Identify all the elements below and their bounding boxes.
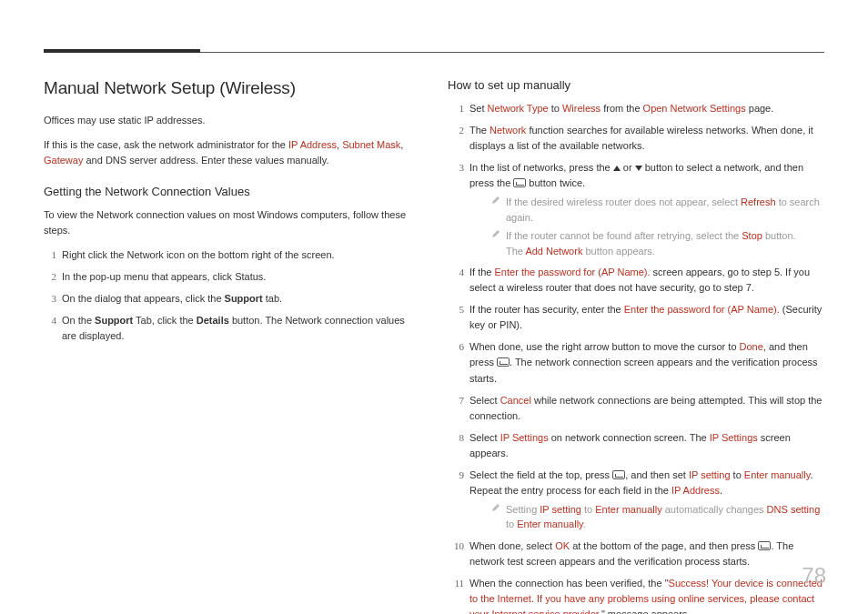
step-text: Select the field at the top, press , and…	[469, 469, 812, 496]
wireless-term: Wireless	[562, 103, 601, 114]
text: . The network connection screen appears …	[469, 357, 818, 383]
steps-right: 1 Set Network Type to Wireless from the …	[448, 101, 824, 614]
step-number: 4	[448, 265, 464, 280]
step-number: 5	[448, 302, 464, 317]
text: When done, use the right arrow button to…	[469, 341, 740, 352]
text: The	[469, 125, 490, 136]
ip-settings-term: IP Settings	[710, 432, 758, 443]
step-number: 9	[448, 468, 464, 483]
step-text: In the list of networks, press the or bu…	[469, 162, 803, 188]
subheading-getting-values: Getting the Network Connection Values	[44, 185, 408, 198]
enter-manually-term: Enter manually	[595, 504, 661, 515]
pencil-icon	[491, 503, 500, 512]
step-text: Set Network Type to Wireless from the Op…	[469, 103, 773, 114]
note: Setting IP setting to Enter manually aut…	[491, 502, 824, 532]
text: on network connection screen. The	[549, 432, 710, 443]
triangle-up-icon	[613, 166, 621, 171]
left-column: Manual Network Setup (Wireless) Offices …	[44, 78, 408, 614]
step-number: 3	[448, 160, 464, 176]
header-rule	[44, 49, 824, 55]
done-term: Done	[740, 341, 763, 352]
note: If the desired wireless router does not …	[491, 195, 824, 225]
ok-term: OK	[555, 540, 570, 551]
text: If this is the case, ask the network adm…	[44, 139, 288, 150]
details-button-term: Details	[197, 315, 229, 326]
text: If the router has security, enter the	[469, 304, 624, 315]
add-network-term: Add Network	[525, 246, 582, 257]
step-number: 6	[448, 339, 464, 355]
enter-password-term: Enter the password for (AP Name).	[495, 267, 651, 277]
enter-button-icon	[758, 541, 771, 550]
step-text: Right click the Network icon on the bott…	[62, 249, 335, 260]
page-number: 78	[802, 563, 826, 589]
text: If the router cannot be found after retr…	[506, 230, 742, 241]
columns: Manual Network Setup (Wireless) Offices …	[44, 78, 824, 614]
text: button.	[762, 230, 796, 241]
text: " message appears.	[601, 609, 690, 614]
triangle-down-icon	[635, 166, 642, 171]
note: If the router cannot be found after retr…	[491, 228, 824, 258]
list-item: 4 If the Enter the password for (AP Name…	[448, 265, 824, 296]
step-text: When done, select OK at the bottom of th…	[469, 540, 793, 567]
enter-password-term: Enter the password for (AP Name).	[624, 304, 780, 315]
step-9-notes: Setting IP setting to Enter manually aut…	[491, 502, 824, 532]
text: If the	[469, 267, 495, 277]
step-text: When the connection has been verified, t…	[469, 578, 823, 614]
refresh-term: Refresh	[741, 196, 776, 207]
step-text: On the Support Tab, click the Details bu…	[62, 315, 405, 341]
text: to	[549, 103, 562, 114]
dns-setting-term: DNS setting	[767, 504, 821, 515]
list-item: 9 Select the field at the top, press , a…	[448, 468, 824, 532]
list-item: 3 On the dialog that appears, click the …	[44, 291, 408, 307]
text: or	[621, 162, 635, 173]
step-number: 2	[44, 269, 56, 285]
page-title: Manual Network Setup (Wireless)	[44, 78, 408, 98]
text: The	[506, 246, 525, 257]
step-number: 2	[448, 123, 464, 138]
text: Select	[469, 395, 500, 406]
pencil-icon	[491, 229, 500, 238]
text: to	[731, 469, 744, 480]
text: In the list of networks, press the	[469, 162, 613, 173]
right-column: How to set up manually 1 Set Network Typ…	[448, 78, 824, 614]
text: .	[583, 518, 586, 529]
list-item: 6 When done, use the right arrow button …	[448, 339, 824, 386]
steps-left: 1Right click the Network icon on the bot…	[44, 247, 408, 344]
ip-address-term: IP Address	[671, 485, 720, 496]
text: button appears.	[582, 246, 655, 257]
step-number: 11	[448, 576, 464, 591]
step-text: When done, use the right arrow button to…	[469, 341, 818, 383]
list-item: 2 The Network function searches for avai…	[448, 123, 824, 154]
list-item: 11 When the connection has been verified…	[448, 576, 824, 614]
text: button twice.	[526, 177, 585, 188]
text: and DNS server address. Enter these valu…	[83, 155, 328, 166]
text: Setting	[506, 504, 540, 515]
step-number: 10	[448, 539, 464, 554]
text: If the desired wireless router does not …	[506, 196, 741, 207]
step-number: 8	[448, 430, 464, 446]
text: .	[720, 485, 722, 496]
text: Select	[469, 432, 500, 443]
text: Select the field at the top, press	[469, 469, 612, 480]
text: to	[506, 518, 517, 529]
text: Tab, click the	[133, 315, 197, 326]
ip-settings-term: IP Settings	[500, 432, 549, 443]
intro-paragraph-1: Offices may use static IP addresses.	[44, 113, 408, 128]
subheading-intro: To view the Network connection values on…	[44, 207, 408, 238]
list-item: 10 When done, select OK at the bottom of…	[448, 539, 824, 569]
step-text: If the router has security, enter the En…	[469, 304, 822, 330]
step-number: 1	[44, 247, 56, 263]
text: at the bottom of the page, and then pres…	[570, 540, 758, 551]
enter-manually-term: Enter manually	[744, 469, 811, 480]
step-number: 3	[44, 291, 56, 307]
text: , and then set	[625, 469, 689, 480]
subnet-mask-term: Subnet Mask	[342, 139, 400, 150]
step-text: In the pop-up menu that appears, click S…	[62, 271, 266, 282]
text: from the	[601, 103, 642, 114]
ip-setting-term: IP setting	[689, 469, 731, 480]
stop-term: Stop	[742, 230, 762, 241]
step-text: On the dialog that appears, click the Su…	[62, 293, 282, 304]
intro-paragraph-2: If this is the case, ask the network adm…	[44, 137, 408, 168]
list-item: 7 Select Cancel while network connection…	[448, 393, 824, 424]
text: ,	[400, 139, 403, 150]
